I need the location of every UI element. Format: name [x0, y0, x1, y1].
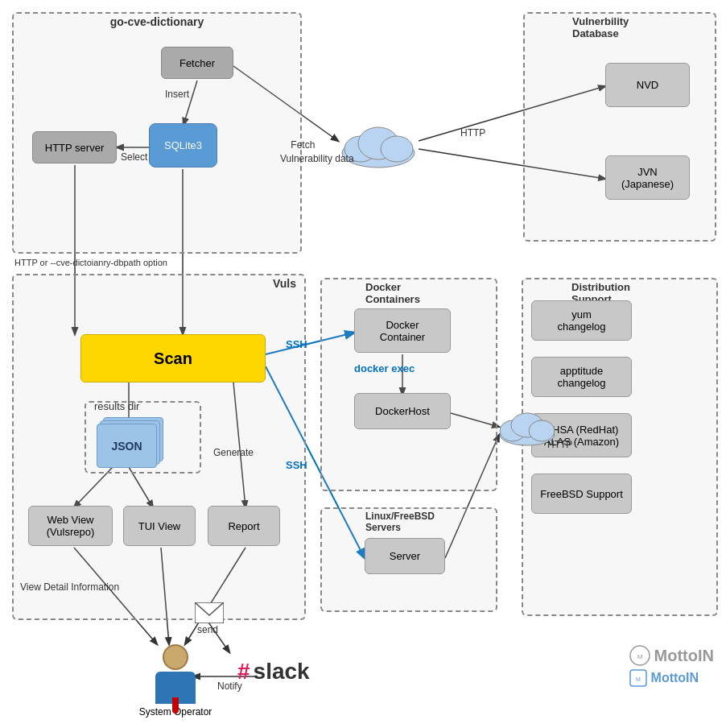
docker-host-box: DockerHost: [354, 393, 451, 429]
docker-containers-label: Docker Containers: [365, 281, 452, 305]
go-cve-dictionary-label: go-cve-dictionary: [110, 15, 204, 28]
yum-box: yum changelog: [531, 300, 632, 341]
jvn-box: JVN (Japanese): [605, 155, 690, 200]
mottoin-icon2: M: [629, 668, 648, 688]
tui-view-box: TUI View: [123, 506, 196, 546]
fetch-vulnerability-label: Fetch Vulnerability data: [280, 125, 354, 179]
report-box: Report: [208, 506, 280, 546]
slack-hash-icon: #: [237, 659, 250, 685]
vuls-label: Vuls: [273, 277, 296, 290]
select-label: Select: [121, 151, 147, 163]
json-files: JSON: [97, 417, 169, 469]
generate-label: Generate: [213, 447, 254, 458]
svg-text:M: M: [636, 676, 641, 682]
server-box: Server: [365, 538, 445, 574]
insert-label: Insert: [165, 89, 189, 100]
http-server-box: HTTP server: [32, 131, 117, 163]
freebsd-box: FreeBSD Support: [531, 474, 632, 514]
apptitude-box: apptitude changelog: [531, 357, 632, 397]
system-operator-icon: System Operator: [151, 644, 200, 718]
linux-freebsd-label: Linux/FreeBSD Servers: [365, 511, 452, 533]
ssh-top-label: SSH: [286, 338, 307, 350]
json-label: JSON: [111, 440, 142, 453]
docker-container-box: Docker Container: [354, 308, 451, 353]
send-label: send: [197, 624, 218, 635]
person-tie: [172, 697, 179, 714]
sqlite3-box: SQLite3: [149, 123, 217, 168]
mottoin-icon: M: [629, 644, 651, 667]
http-label: HTTP: [460, 127, 485, 139]
web-view-box: Web View (Vulsrepo): [28, 506, 113, 546]
scan-box: Scan: [80, 334, 266, 383]
watermark-area: M MottoIN M MottoIN: [629, 644, 714, 688]
vulnerability-database-region: Vulnerbility Database: [523, 12, 716, 242]
docker-exec-label: docker exec: [354, 362, 415, 374]
results-dir-label: results dir: [94, 400, 139, 412]
view-detail-label: View Detail Information: [20, 581, 119, 593]
nvd-box: NVD: [605, 63, 690, 107]
slack-text: slack: [254, 659, 310, 685]
ssh-bottom-label: SSH: [286, 459, 307, 471]
svg-point-25: [381, 136, 413, 162]
http-bottom-label: HTTP: [547, 439, 572, 450]
slack-logo: # slack: [237, 659, 310, 685]
watermark2-text: MottoIN: [651, 671, 699, 685]
http-option-label: HTTP or --cve-dictoianry-dbpath option: [14, 258, 167, 267]
fetcher-box: Fetcher: [161, 47, 233, 79]
svg-text:M: M: [637, 653, 642, 660]
vulnerability-database-label: Vulnerbility Database: [572, 15, 667, 39]
envelope-icon: [195, 602, 224, 626]
person-head: [163, 644, 188, 670]
architecture-diagram: go-cve-dictionary Vulnerbility Database …: [0, 0, 726, 728]
watermark1-text: MottoIN: [654, 647, 714, 665]
